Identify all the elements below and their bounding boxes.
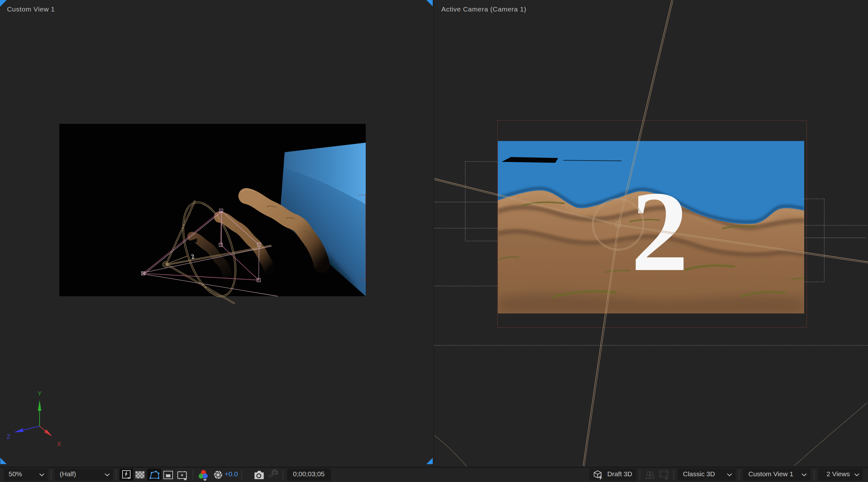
svg-text:2: 2 (631, 167, 689, 295)
svg-text:X: X (57, 441, 61, 447)
svg-text:Z: Z (7, 433, 10, 440)
svg-text:Y: Y (38, 390, 42, 397)
